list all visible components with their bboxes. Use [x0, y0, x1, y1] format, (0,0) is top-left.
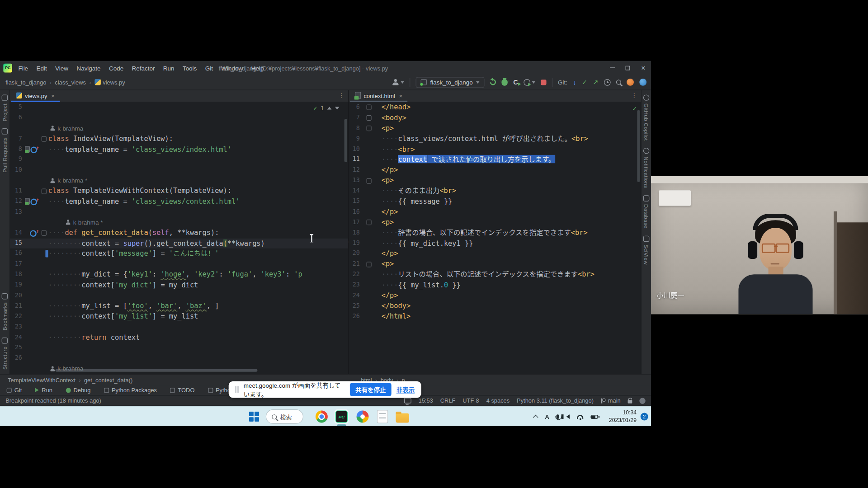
- interpreter-selector[interactable]: Python 3.11 (flask_to_django): [517, 397, 594, 404]
- gutter[interactable]: [25, 270, 39, 280]
- code-line[interactable]: 6</head>: [349, 103, 641, 113]
- menu-view[interactable]: View: [52, 63, 72, 72]
- line-number[interactable]: 21: [10, 301, 25, 311]
- line-number[interactable]: 16: [10, 249, 25, 259]
- line-number[interactable]: [10, 175, 25, 186]
- taskbar-notepad[interactable]: [375, 409, 390, 424]
- line-number[interactable]: 21: [349, 259, 363, 270]
- battery-icon[interactable]: [591, 415, 598, 419]
- stripe-item-structure[interactable]: Structure: [2, 338, 8, 370]
- code-line[interactable]: 24</p>: [349, 291, 641, 301]
- fold-column[interactable]: [363, 165, 374, 175]
- line-number[interactable]: 20: [349, 249, 363, 259]
- line-number[interactable]: 24: [349, 291, 363, 301]
- fold-marker-icon[interactable]: [366, 126, 371, 131]
- line-number[interactable]: 16: [349, 207, 363, 217]
- line-number[interactable]: 5: [10, 103, 25, 113]
- code-line[interactable]: 26: [10, 353, 348, 364]
- override-marker-icon[interactable]: [31, 146, 39, 153]
- taskbar-chrome[interactable]: [315, 409, 329, 424]
- prev-problem-icon[interactable]: [327, 107, 332, 109]
- fold-column[interactable]: [39, 280, 48, 291]
- line-number[interactable]: 9: [349, 134, 363, 144]
- gutter[interactable]: [25, 291, 39, 301]
- code-line[interactable]: 18····辞書の場合、以下の記述でインデックスを指定できます<br>: [349, 228, 641, 238]
- menu-tools[interactable]: Tools: [179, 63, 201, 72]
- fold-marker-icon[interactable]: [41, 136, 46, 141]
- run-configuration-select[interactable]: flask_to_django: [416, 77, 485, 88]
- code-editor-context-html[interactable]: ✓ 6</head>7<body>8<p>9····class_views/co…: [349, 103, 641, 374]
- fold-column[interactable]: [363, 291, 374, 301]
- fold-column[interactable]: [363, 249, 374, 259]
- code-editor-views-py[interactable]: ✓ 1 56k-brahma7class IndexView(TemplateV…: [10, 103, 348, 374]
- gutter[interactable]: [25, 134, 39, 144]
- menu-edit[interactable]: Edit: [33, 63, 51, 72]
- speaker-icon[interactable]: [566, 414, 570, 419]
- tab-options-icon[interactable]: ⋮: [338, 92, 345, 99]
- fold-column[interactable]: [363, 311, 374, 322]
- gutter[interactable]: [25, 113, 39, 123]
- fold-marker-icon[interactable]: [41, 188, 46, 194]
- template-icon[interactable]: [25, 198, 30, 205]
- stop-sharing-button[interactable]: 共有を停止: [350, 383, 392, 396]
- coverage-button[interactable]: C: [513, 79, 518, 85]
- drag-handle-icon[interactable]: [235, 386, 236, 393]
- code-line[interactable]: 12····template_name = 'class_views/conte…: [10, 197, 348, 207]
- toolwindow-debug[interactable]: Debug: [66, 387, 90, 394]
- stripe-item-pull-requests[interactable]: Pull Requests: [2, 129, 8, 173]
- fold-column[interactable]: [363, 123, 374, 134]
- code-line[interactable]: 15····{{ message }}: [349, 197, 641, 207]
- taskbar-search[interactable]: 検索: [266, 409, 303, 424]
- gutter[interactable]: [25, 332, 39, 343]
- gutter[interactable]: [25, 238, 39, 249]
- code-line[interactable]: 7<body>: [349, 113, 641, 123]
- stripe-item-database[interactable]: Database: [643, 196, 649, 229]
- gutter[interactable]: [25, 144, 39, 155]
- line-number[interactable]: 14: [349, 186, 363, 197]
- fold-column[interactable]: [39, 134, 48, 144]
- notifications-circle-icon[interactable]: [639, 398, 645, 404]
- breadcrumb-item[interactable]: flask_to_django: [5, 79, 46, 85]
- gutter[interactable]: [25, 186, 39, 197]
- breadcrumb-item[interactable]: views.py: [103, 79, 125, 85]
- line-number[interactable]: 25: [349, 301, 363, 311]
- menu-window[interactable]: Window: [217, 63, 247, 72]
- line-number[interactable]: 12: [10, 197, 25, 207]
- taskbar-browser[interactable]: [355, 409, 370, 424]
- ime-indicator[interactable]: A: [545, 413, 549, 420]
- fold-column[interactable]: [39, 364, 48, 374]
- gutter[interactable]: [25, 322, 39, 332]
- line-number[interactable]: 6: [349, 103, 363, 113]
- line-number[interactable]: 23: [10, 322, 25, 332]
- code-line[interactable]: 9····class_views/context.html が呼び出されました。…: [349, 134, 641, 144]
- fold-column[interactable]: [39, 186, 48, 197]
- code-line[interactable]: 7class IndexView(TemplateView):: [10, 134, 348, 144]
- encoding-selector[interactable]: UTF-8: [462, 397, 479, 404]
- fold-column[interactable]: [39, 103, 48, 113]
- code-line[interactable]: 12</p>: [349, 165, 641, 175]
- line-number[interactable]: 14: [10, 228, 25, 238]
- line-number[interactable]: 9: [10, 155, 25, 165]
- line-number[interactable]: 19: [349, 238, 363, 249]
- code-line[interactable]: 9: [10, 155, 348, 165]
- webcam-video[interactable]: 小川慶一: [651, 176, 868, 314]
- next-problem-icon[interactable]: [335, 107, 340, 109]
- fold-marker-icon[interactable]: [366, 115, 371, 121]
- code-line[interactable]: 20</p>: [349, 249, 641, 259]
- start-button[interactable]: [247, 409, 261, 424]
- fold-column[interactable]: [39, 270, 48, 280]
- profile-button[interactable]: [392, 79, 404, 85]
- line-number[interactable]: 8: [10, 144, 25, 155]
- code-line[interactable]: 19········context['my_dict'] = my_dict: [10, 280, 348, 291]
- fold-marker-icon[interactable]: [366, 220, 371, 225]
- breadcrumb-item[interactable]: get_context_data(): [84, 376, 132, 383]
- gutter[interactable]: [25, 249, 39, 259]
- line-number[interactable]: 7: [349, 113, 363, 123]
- gutter[interactable]: [25, 311, 39, 322]
- git-branch-widget[interactable]: main: [601, 397, 621, 404]
- fold-column[interactable]: [363, 259, 374, 270]
- line-number[interactable]: 12: [349, 165, 363, 175]
- tray-expand-icon[interactable]: [533, 415, 538, 420]
- fold-column[interactable]: [39, 144, 48, 155]
- line-number[interactable]: [10, 217, 25, 228]
